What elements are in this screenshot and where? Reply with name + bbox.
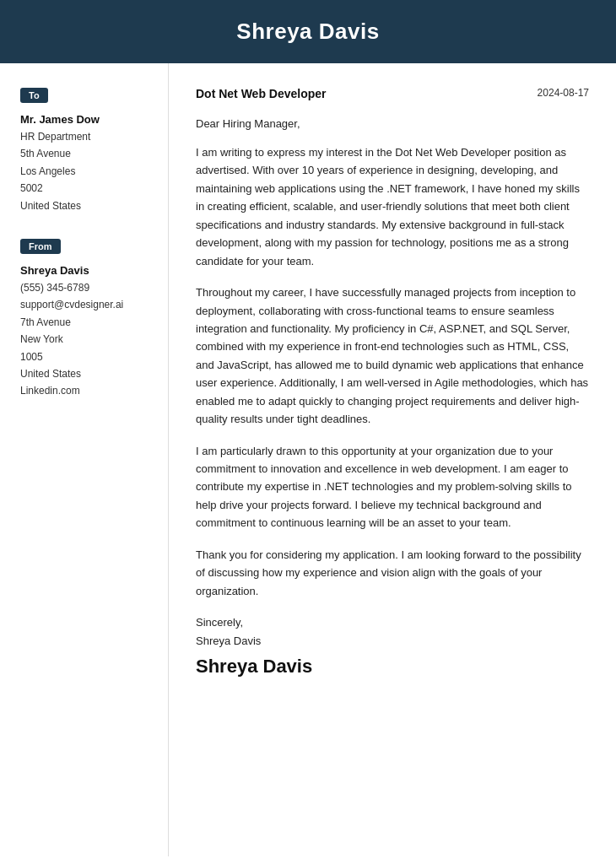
letter-body: I am writing to express my interest in t… <box>196 143 589 600</box>
header-name: Shreya Davis <box>17 19 599 45</box>
recipient-city: Los Angeles <box>20 163 151 180</box>
paragraph-3: I am particularly drawn to this opportun… <box>196 442 589 532</box>
salutation: Dear Hiring Manager, <box>196 117 589 130</box>
from-section: From Shreya Davis (555) 345-6789 support… <box>20 238 151 400</box>
sidebar: To Mr. James Dow HR Department 5th Avenu… <box>0 63 169 856</box>
body-layout: To Mr. James Dow HR Department 5th Avenu… <box>0 63 616 856</box>
sender-city: New York <box>20 331 151 348</box>
recipient-street: 5th Avenue <box>20 145 151 162</box>
closing-line1: Sincerely, <box>196 613 589 632</box>
sender-name: Shreya Davis <box>20 264 151 277</box>
header: Shreya Davis <box>0 0 616 63</box>
recipient-name: Mr. James Dow <box>20 113 151 126</box>
main-content: Dot Net Web Developer 2024-08-17 Dear Hi… <box>169 63 616 856</box>
sender-zip: 1005 <box>20 348 151 365</box>
to-section: To Mr. James Dow HR Department 5th Avenu… <box>20 87 151 214</box>
date: 2024-08-17 <box>538 87 589 99</box>
paragraph-4: Thank you for considering my application… <box>196 546 589 600</box>
sender-website: Linkedin.com <box>20 382 151 399</box>
recipient-zip: 5002 <box>20 180 151 197</box>
sender-country: United States <box>20 365 151 382</box>
sender-phone: (555) 345-6789 <box>20 279 151 296</box>
job-title: Dot Net Web Developer <box>196 87 327 100</box>
recipient-department: HR Department <box>20 128 151 145</box>
sender-email: support@cvdesigner.ai <box>20 296 151 313</box>
recipient-country: United States <box>20 197 151 214</box>
to-badge: To <box>20 88 48 103</box>
paragraph-1: I am writing to express my interest in t… <box>196 143 589 270</box>
closing-line2: Shreya Davis <box>196 632 589 651</box>
signature: Shreya Davis <box>196 656 589 678</box>
page: Shreya Davis To Mr. James Dow HR Departm… <box>0 0 616 864</box>
main-header-row: Dot Net Web Developer 2024-08-17 <box>196 87 589 100</box>
sender-street: 7th Avenue <box>20 314 151 331</box>
closing: Sincerely, Shreya Davis <box>196 613 589 651</box>
from-badge: From <box>20 239 61 254</box>
paragraph-2: Throughout my career, I have successfull… <box>196 284 589 429</box>
